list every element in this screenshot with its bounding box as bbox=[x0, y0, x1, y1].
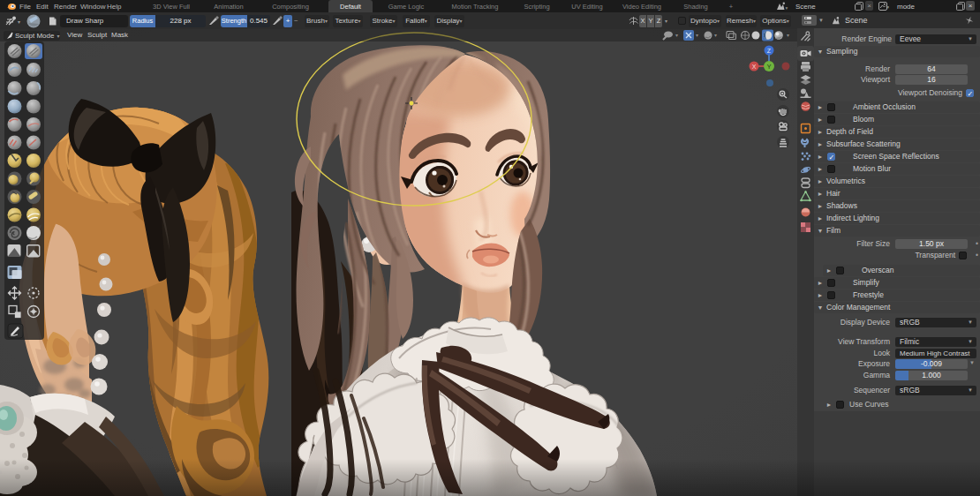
svg-text:▾: ▾ bbox=[787, 33, 789, 38]
svg-text:▾: ▾ bbox=[18, 19, 20, 25]
svg-text:▾: ▾ bbox=[887, 4, 890, 10]
svg-text:▾: ▾ bbox=[675, 33, 678, 38]
svg-text:▾: ▾ bbox=[714, 33, 717, 38]
svg-text:Y: Y bbox=[767, 64, 772, 70]
svg-text:▾: ▾ bbox=[696, 33, 698, 38]
svg-text:▾: ▾ bbox=[786, 4, 788, 10]
svg-text:Z: Z bbox=[767, 48, 772, 54]
svg-text:X: X bbox=[752, 64, 757, 70]
